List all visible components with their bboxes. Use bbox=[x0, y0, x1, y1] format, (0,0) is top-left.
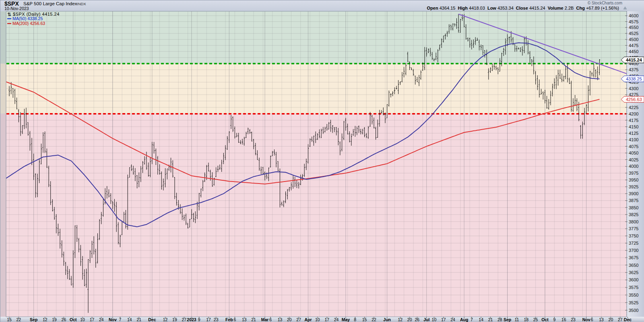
x-axis-label: May bbox=[342, 317, 350, 322]
y-axis-label: 3775 bbox=[629, 226, 638, 231]
x-axis-label: Nov bbox=[109, 317, 117, 322]
y-axis-label: 4475 bbox=[629, 43, 638, 48]
y-axis-label: 3800 bbox=[629, 219, 638, 224]
x-axis-label: 12 bbox=[163, 317, 168, 322]
y-axis-label: 4525 bbox=[629, 31, 638, 36]
x-axis-label: 16 bbox=[561, 317, 566, 322]
x-axis-label: 2023 bbox=[187, 317, 196, 322]
y-axis-label: 3850 bbox=[629, 205, 638, 210]
y-axis-label: 3625 bbox=[629, 270, 638, 275]
y-axis-label: 3550 bbox=[629, 293, 638, 297]
x-axis-label: 8 bbox=[354, 317, 356, 322]
stockcharts-chart-window: 3500352535503575360036253650367537003725… bbox=[0, 0, 644, 322]
x-axis-label: 27 bbox=[182, 317, 186, 322]
ma200-price-flag: 4256.63 bbox=[621, 96, 644, 102]
y-axis-label: 3675 bbox=[629, 255, 638, 260]
x-axis-label: Apr bbox=[304, 317, 312, 322]
x-axis-label: Jun bbox=[383, 317, 391, 322]
quote-value: 4364.15 bbox=[440, 6, 458, 10]
x-axis-label: Jul bbox=[423, 317, 429, 322]
x-axis-label: Oct bbox=[541, 317, 549, 322]
y-axis-label: 3575 bbox=[629, 285, 638, 290]
y-axis-label: 3500 bbox=[629, 308, 638, 313]
y-axis-label: 4375 bbox=[629, 67, 638, 72]
x-axis-label: 28 bbox=[497, 317, 502, 322]
x-axis-label: 20 bbox=[287, 317, 292, 322]
x-axis-label: 17 bbox=[324, 317, 329, 322]
x-axis-label: Feb bbox=[225, 317, 233, 322]
y-axis-label: 4025 bbox=[629, 157, 638, 162]
y-axis-label: 3600 bbox=[629, 277, 638, 282]
y-axis-label: 3925 bbox=[629, 184, 638, 189]
y-axis-label: 3725 bbox=[629, 241, 638, 246]
symbol-name: S&P 500 Large Cap Index bbox=[23, 1, 77, 6]
quote-label: Close bbox=[516, 6, 529, 10]
y-axis-label: 4450 bbox=[629, 49, 638, 54]
x-axis-label: 12 bbox=[398, 317, 403, 322]
x-axis-label: 27 bbox=[296, 317, 301, 322]
x-axis-label: 23 bbox=[571, 317, 576, 322]
x-axis-label: 17 bbox=[441, 317, 446, 322]
y-axis-label: 4300 bbox=[629, 86, 638, 91]
x-axis-label: 26 bbox=[62, 317, 66, 322]
chart-date: 10-Nov-2023 bbox=[4, 6, 29, 11]
x-axis-label: 24 bbox=[99, 317, 104, 322]
price-zones bbox=[0, 11, 627, 317]
y-axis-label: 3900 bbox=[629, 191, 638, 196]
x-axis-label: 19 bbox=[172, 317, 177, 322]
x-axis-label: 22 bbox=[372, 317, 376, 322]
x-axis-label: 15 bbox=[362, 317, 367, 322]
quote-value: +67.89 (+1.56%) bbox=[586, 6, 621, 10]
x-axis-label: 19 bbox=[52, 317, 57, 322]
y-axis-label: 4000 bbox=[629, 164, 638, 169]
x-axis-label: 20 bbox=[407, 317, 412, 322]
close-price-flag-value: 4415.24 bbox=[626, 58, 642, 62]
x-axis-label: Sep bbox=[504, 317, 511, 322]
legend-ma200: MA(200) 4256.63 bbox=[12, 21, 45, 26]
y-axis-label: 3950 bbox=[629, 178, 638, 182]
x-axis-label: 6 bbox=[591, 317, 593, 322]
x-axis-label: 27 bbox=[618, 317, 623, 322]
y-axis-label: 4600 bbox=[629, 13, 638, 18]
x-axis-label: 21 bbox=[251, 317, 256, 322]
quote-label: Low bbox=[487, 6, 497, 10]
y-axis-label: 4500 bbox=[629, 37, 638, 42]
x-axis-label: Sep bbox=[30, 317, 37, 322]
quote-value: 4418.03 bbox=[469, 6, 487, 10]
x-axis-label: 24 bbox=[450, 317, 455, 322]
updown-icon[interactable]: ⇅ bbox=[7, 12, 11, 17]
x-axis-label: 9 bbox=[198, 317, 200, 322]
x-axis-label: 13 bbox=[242, 317, 247, 322]
x-axis-label: 10 bbox=[80, 317, 85, 322]
y-axis-label: 3975 bbox=[629, 171, 638, 175]
x-axis-label: 13 bbox=[278, 317, 283, 322]
overbought-zone bbox=[0, 11, 627, 64]
x-axis-label: 6 bbox=[233, 317, 236, 322]
x-axis-label: 20 bbox=[609, 317, 613, 322]
x-axis-label: 14 bbox=[127, 317, 132, 322]
y-axis-label: 4200 bbox=[629, 111, 638, 116]
x-axis-label: 25 bbox=[533, 317, 538, 322]
ma50-price-flag: 4338.25 bbox=[621, 76, 644, 82]
x-axis-label: 18 bbox=[524, 317, 528, 322]
y-axis-label: 4575 bbox=[629, 19, 638, 24]
quote-label: Volume bbox=[548, 6, 565, 10]
x-axis-label: 12 bbox=[43, 317, 47, 322]
x-axis-label: 10 bbox=[315, 317, 320, 322]
y-axis-label: 4100 bbox=[629, 137, 638, 142]
price-chart[interactable]: 3500352535503575360036253650367537003725… bbox=[0, 0, 644, 322]
neutral-zone bbox=[0, 64, 627, 114]
y-axis-label: 4125 bbox=[629, 131, 638, 136]
x-axis-label: 6 bbox=[269, 317, 272, 322]
x-axis-label: Dec bbox=[148, 317, 156, 322]
x-axis-label: 17 bbox=[90, 317, 95, 322]
y-axis-label: 4150 bbox=[629, 124, 638, 129]
y-axis-label: 4075 bbox=[629, 144, 638, 149]
quote-label: Open bbox=[427, 6, 440, 10]
x-axis-label: 11 bbox=[514, 317, 519, 322]
x-axis-label: Aug bbox=[460, 317, 468, 322]
quote-value: 4353.34 bbox=[497, 6, 516, 10]
legend-ma50: MA(50) 4338.25 bbox=[12, 16, 43, 21]
x-axis-label: 22 bbox=[17, 317, 21, 322]
y-axis-label: 3650 bbox=[629, 263, 638, 268]
